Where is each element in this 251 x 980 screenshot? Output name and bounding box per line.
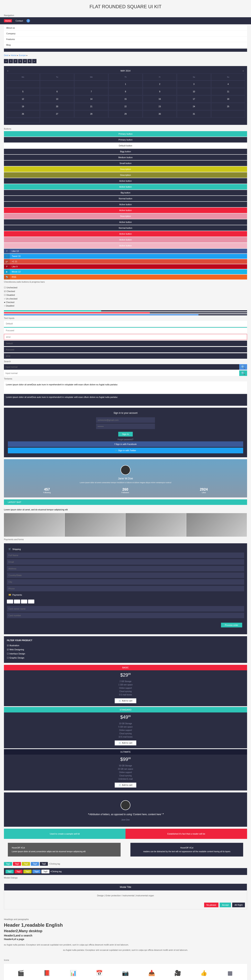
input-error-dark[interactable]	[4, 353, 247, 359]
checkbox[interactable]: ☐ Unchecked	[4, 286, 247, 290]
split-right[interactable]: Established it's fact that a reader will…	[126, 829, 247, 839]
cal-date[interactable]: 30	[143, 110, 177, 118]
cal-date[interactable]: 18	[211, 95, 245, 103]
page-btn[interactable]: 2	[13, 59, 18, 63]
input-default-dark[interactable]	[4, 340, 247, 346]
nav-contact[interactable]: Contact	[14, 19, 24, 23]
search-icon[interactable]: 🔍	[239, 364, 247, 370]
page-btn[interactable]: 3	[18, 59, 22, 63]
cal-date[interactable]: 28	[74, 110, 108, 118]
cal-date[interactable]: 17	[177, 95, 211, 103]
login-password[interactable]	[96, 423, 155, 429]
crumb[interactable]: Europe	[19, 54, 26, 56]
button-5[interactable]: Small button	[4, 161, 247, 166]
cal-next[interactable]: ›	[243, 70, 243, 72]
cal-date[interactable]: 13	[40, 95, 74, 103]
page-btn[interactable]: 1	[9, 59, 13, 63]
button-18[interactable]: Active button	[4, 237, 247, 242]
cal-date[interactable]: 8	[109, 88, 142, 95]
cal-date[interactable]: 23	[143, 103, 177, 110]
input-focused-dark[interactable]	[4, 347, 247, 352]
button-17[interactable]: Active button	[4, 231, 247, 237]
button-2[interactable]: Default button	[4, 143, 247, 148]
input-focused[interactable]	[4, 327, 247, 333]
nav-home[interactable]: Home	[4, 19, 12, 22]
menu-item[interactable]: About us	[4, 25, 247, 31]
cal-date[interactable]: 25	[211, 103, 245, 110]
textarea-light[interactable]: Lorem ipsum dolor sit ametDuis aute irur…	[4, 382, 247, 393]
visa-icon[interactable]	[7, 600, 13, 603]
menu-item[interactable]: Blog	[4, 42, 247, 48]
card-name[interactable]	[7, 606, 244, 611]
cal-date[interactable]: 5	[6, 88, 40, 95]
tag[interactable]: Tag4	[32, 870, 41, 873]
cal-date[interactable]: 1	[109, 81, 142, 88]
field-phone[interactable]	[7, 586, 244, 591]
filter-item[interactable]: ☐ Interface Design	[7, 652, 244, 656]
menu-item[interactable]: Features	[4, 37, 247, 42]
tag[interactable]: Tag1	[4, 862, 12, 866]
cal-date[interactable]: 7	[74, 88, 108, 95]
tw-signin-button[interactable]: 🐦 Sign in with Twitter	[8, 448, 243, 453]
input-default[interactable]	[4, 321, 247, 326]
tag-add[interactable]: +Clicking tag	[50, 870, 62, 873]
tag[interactable]: Tag5	[40, 862, 48, 866]
add-cart-button[interactable]: 🛒 Add to cart	[115, 740, 136, 745]
add-cart-button[interactable]: 🛒 Add to cart	[115, 783, 136, 788]
cal-date[interactable]: 15	[109, 95, 142, 103]
menu-item[interactable]: Company	[4, 31, 247, 37]
button-10[interactable]: Big button	[4, 190, 247, 196]
add-cart-button[interactable]: 🛒 Add to cart	[115, 698, 136, 703]
button-14[interactable]: Description	[4, 213, 247, 219]
search-icon[interactable]: 🔍	[239, 371, 247, 376]
button-3[interactable]: Bigg button	[4, 149, 247, 154]
social-+1[interactable]: g++1 11	[4, 259, 247, 264]
button-9[interactable]: Active button	[4, 184, 247, 189]
button-7[interactable]: Description	[4, 172, 247, 178]
page-prev[interactable]: «	[4, 59, 8, 63]
tag[interactable]: Tag1	[5, 870, 14, 873]
cal-date[interactable]: 21	[74, 103, 108, 110]
crumb[interactable]: Home	[11, 54, 16, 56]
modal-no-button[interactable]: No,please	[204, 902, 219, 907]
button-12[interactable]: Active button	[4, 202, 247, 207]
cal-date[interactable]: 10	[177, 88, 211, 95]
button-19[interactable]: Active button	[4, 243, 247, 248]
cal-date[interactable]: 19	[6, 103, 40, 110]
radio[interactable]: ○ Un-checked	[4, 297, 247, 301]
radio[interactable]: ● Checked	[4, 301, 247, 304]
filter-item[interactable]: ☐ Graphic Design	[7, 656, 244, 660]
cal-date[interactable]: 11	[211, 88, 245, 95]
button-6[interactable]: Description	[4, 166, 247, 172]
modal-ok-button[interactable]: All Right	[232, 902, 245, 907]
field-address[interactable]	[7, 566, 244, 571]
cal-date[interactable]: 6	[40, 88, 74, 95]
social-tweet[interactable]: 🐦Tweet 10	[4, 254, 247, 259]
page-btn[interactable]: 5	[27, 59, 32, 63]
tag[interactable]: Tag3	[23, 870, 32, 873]
social-rss[interactable]: 📡RSS	[4, 275, 247, 280]
tag[interactable]: Tag3	[22, 862, 30, 866]
cal-date[interactable]: 9	[143, 88, 177, 95]
fb-signin-button[interactable]: f Sign in with Facebook	[8, 441, 243, 447]
field-email[interactable]	[7, 559, 244, 565]
filter-item[interactable]: ☑ Illustration	[7, 643, 244, 648]
button-1[interactable]: Primary button	[4, 137, 247, 143]
button-11[interactable]: Normal button	[4, 196, 247, 201]
tag[interactable]: Tag4	[31, 862, 39, 866]
forgot-link[interactable]: Forgot password?	[8, 439, 243, 441]
cal-date[interactable]: 27	[40, 110, 74, 118]
field-country[interactable]	[7, 573, 244, 578]
card-number[interactable]	[7, 613, 244, 618]
cal-date[interactable]: 14	[74, 95, 108, 103]
signin-button[interactable]: Sign In	[118, 432, 133, 436]
mastercard-icon[interactable]	[14, 600, 20, 603]
cal-date[interactable]: 24	[177, 103, 211, 110]
social-like[interactable]: fLike 13	[4, 249, 247, 253]
field-city[interactable]	[7, 579, 244, 585]
button-8[interactable]: Active button	[4, 178, 247, 184]
cal-date[interactable]: 12	[6, 95, 40, 103]
button-13[interactable]: Active button	[4, 208, 247, 213]
filter-item[interactable]: ☑ Web Designing	[7, 648, 244, 652]
process-button[interactable]: Process order	[221, 623, 242, 627]
